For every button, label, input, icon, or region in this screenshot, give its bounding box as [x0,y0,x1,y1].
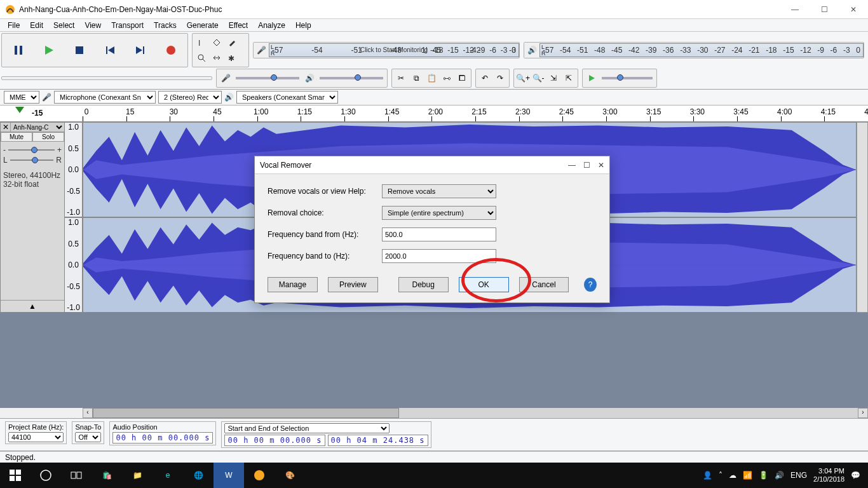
selection-tool[interactable]: I [194,35,209,50]
track-name-dropdown[interactable]: Anh-Nang-C [11,123,64,132]
menu-edit[interactable]: Edit [25,20,48,31]
selection-end-value[interactable]: 00 h 04 m 24.438 s [328,435,428,446]
volume-icon[interactable]: 🔊 [775,471,784,480]
window-close[interactable]: ✕ [839,0,868,19]
zoom-in-button[interactable]: 🔍+ [515,71,531,86]
menu-analyze[interactable]: Analyze [253,20,290,31]
tray-chevron-icon[interactable]: ˄ [719,471,722,480]
ok-button[interactable]: OK [459,277,509,292]
play-button[interactable] [34,35,64,65]
draw-tool[interactable] [224,35,240,50]
cut-button[interactable]: ✂ [393,71,409,86]
wifi-icon[interactable]: 📶 [743,471,752,480]
snap-to-select[interactable]: Off [75,432,101,442]
horizontal-scrollbar[interactable]: ‹ › [0,408,868,418]
clock[interactable]: 3:04 PM 2/10/2018 [813,467,844,484]
zoom-out-button[interactable]: 🔍- [531,71,546,86]
stop-button[interactable] [64,35,95,65]
vertical-scrollbar[interactable] [857,122,868,313]
recording-device-select[interactable]: Microphone (Conexant Sn [54,91,156,104]
menu-tracks[interactable]: Tracks [149,20,182,31]
playhead-marker[interactable] [15,107,24,113]
fit-selection-button[interactable]: ⇲ [546,71,561,86]
play-at-speed-button[interactable] [584,71,599,86]
playback-device-select[interactable]: Speakers (Conexant Smart [236,91,338,104]
mic-icon[interactable]: 🎤 [254,43,269,58]
menu-file[interactable]: File [3,20,25,31]
time-ruler[interactable]: -15 01530451:001:151:301:452:002:152:302… [0,105,868,122]
cortana-button[interactable] [31,463,61,488]
pause-button[interactable] [3,35,34,65]
project-rate-select[interactable]: 44100 [8,432,64,442]
playback-meter[interactable]: LR -57-54-51-48-45-42-39-36-33-30-27-24-… [539,43,864,57]
remove-vocals-select[interactable]: Remove vocals [382,184,496,198]
skip-start-button[interactable] [95,35,125,65]
skip-end-button[interactable] [125,35,156,65]
ruler-tick: 1:15 [301,116,301,121]
people-icon[interactable]: 👤 [703,471,712,480]
menu-view[interactable]: View [79,20,106,31]
selection-type-select[interactable]: Start and End of Selection [224,423,390,433]
freq-from-input[interactable] [382,227,496,241]
paste-button[interactable]: 📋 [424,71,439,86]
explorer-icon[interactable]: 📁 [122,463,153,488]
battery-icon[interactable]: 🔋 [759,471,768,480]
manage-button[interactable]: Manage [268,277,318,292]
scroll-thumb[interactable] [93,408,399,418]
freq-to-input[interactable] [382,249,496,263]
copy-button[interactable]: ⧉ [409,71,424,86]
track-close-button[interactable]: ✕ [1,123,11,132]
dialog-close[interactable]: ✕ [598,161,604,170]
audio-position-value[interactable]: 00 h 00 m 00.000 s [112,432,213,444]
gain-slider[interactable]: -+ [3,146,62,154]
menu-generate[interactable]: Generate [182,20,224,31]
audio-host-select[interactable]: MME [4,91,39,104]
fit-project-button[interactable]: ⇱ [561,71,576,86]
audacity-taskbar-icon[interactable] [244,463,275,488]
dialog-minimize[interactable]: — [568,161,576,170]
debug-button[interactable]: Debug [398,277,449,292]
menu-select[interactable]: Select [48,20,79,31]
edge-icon[interactable]: e [153,463,183,488]
recording-channels-select[interactable]: 2 (Stereo) Recor [158,91,222,104]
timeshift-tool[interactable] [209,50,224,65]
onedrive-icon[interactable]: ☁ [729,471,736,480]
menu-help[interactable]: Help [290,20,316,31]
multi-tool[interactable]: ✱ [224,50,240,65]
preview-button[interactable]: Preview [328,277,378,292]
notifications-icon[interactable]: 💬 [851,471,860,480]
menu-transport[interactable]: Transport [106,20,149,31]
record-button[interactable] [156,35,186,65]
window-titlebar: Anh-Nang-Cua-Anh-Cho-Em-Den-Ngay-Mai-OST… [0,0,868,19]
window-minimize[interactable]: — [780,0,810,19]
mic-device-icon: 🎤 [42,93,51,102]
scroll-left-button[interactable]: ‹ [83,408,93,418]
envelope-tool[interactable] [209,35,224,50]
window-maximize[interactable]: ☐ [810,0,839,19]
paint-icon[interactable]: 🎨 [275,463,305,488]
scroll-right-button[interactable]: › [858,408,868,418]
silence-button[interactable]: ⧠ [454,71,470,86]
menu-effect[interactable]: Effect [224,20,253,31]
word-icon[interactable]: W [214,463,244,488]
undo-button[interactable]: ↶ [477,71,492,86]
solo-button[interactable]: Solo [32,132,64,142]
chrome-icon[interactable]: 🌐 [183,463,214,488]
mute-button[interactable]: Mute [1,132,32,142]
redo-button[interactable]: ↷ [492,71,508,86]
trim-button[interactable]: ⧟ [439,71,454,86]
start-button[interactable] [0,463,31,488]
help-icon[interactable]: ? [584,278,597,292]
task-view-button[interactable] [61,463,92,488]
track-collapse-button[interactable]: ▲ [1,300,64,312]
removal-choice-select[interactable]: Simple (entire spectrum) [382,206,496,220]
cancel-button[interactable]: Cancel [519,277,569,292]
recording-meter[interactable]: LR -57-54-51-48-45-42-3 Click to Start M… [269,43,519,57]
selection-start-value[interactable]: 00 h 00 m 00.000 s [224,435,325,446]
dialog-maximize[interactable]: ☐ [583,161,590,170]
store-icon[interactable]: 🛍️ [92,463,122,488]
zoom-tool[interactable] [194,50,209,65]
speaker-icon[interactable]: 🔊 [524,43,539,58]
pan-slider[interactable]: LR [3,156,62,165]
language-indicator[interactable]: ENG [790,471,807,480]
